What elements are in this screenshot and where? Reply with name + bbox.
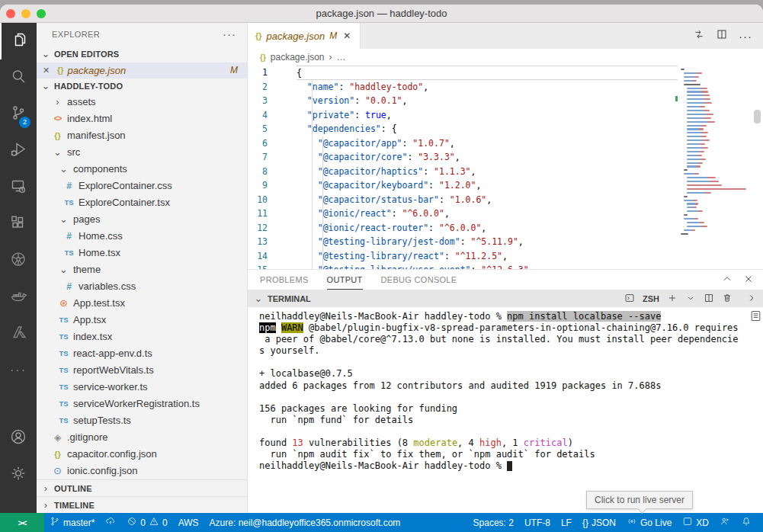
tree-item-manifest-json[interactable]: {}manifest.json <box>37 127 247 144</box>
breadcrumb[interactable]: {} package.json › … <box>248 49 763 66</box>
close-window-button[interactable] <box>6 9 15 18</box>
activity-docker[interactable] <box>0 279 37 316</box>
tree-item-theme[interactable]: ⌄theme <box>37 261 247 278</box>
chevron-down-icon[interactable]: ⌄ <box>252 293 264 304</box>
chevron-right-icon: › <box>52 96 63 107</box>
ts-file-icon: TS <box>58 366 69 374</box>
panel-tab-bar: PROBLEMS OUTPUT DEBUG CONSOLE <box>248 270 763 290</box>
code-line-content: "@ionic/react": "^6.0.0", <box>297 207 678 221</box>
tree-item-capacitor-config-json[interactable]: {}capacitor.config.json <box>37 446 247 463</box>
remote-indicator[interactable]: >< <box>0 513 44 532</box>
tab-debug-console[interactable]: DEBUG CONSOLE <box>381 270 457 290</box>
tree-item-components[interactable]: ⌄components <box>37 161 247 178</box>
activity-extensions[interactable] <box>0 206 37 242</box>
new-terminal-icon[interactable] <box>667 293 678 305</box>
tab-output[interactable]: OUTPUT <box>327 270 363 290</box>
tree-item-explorecontainer-css[interactable]: #ExploreContainer.css <box>37 178 247 194</box>
more-actions-icon[interactable]: ··· <box>739 30 752 43</box>
tree-item-variables-css[interactable]: #variables.css <box>37 278 247 295</box>
panel-chevron-right-icon[interactable] <box>746 293 757 305</box>
activity-azure[interactable] <box>0 316 37 352</box>
project-section-header[interactable]: ⌄ HADDLEY-TODO <box>37 79 247 94</box>
language-mode-status[interactable]: {} JSON <box>577 513 621 532</box>
aws-status[interactable]: AWS <box>173 513 204 532</box>
terminal-tabs-view-icon[interactable] <box>751 310 761 325</box>
tree-item-index-tsx[interactable]: TSindex.tsx <box>37 328 247 345</box>
terminal-title: TERMINAL <box>268 294 311 303</box>
tree-item-ionic-config-json[interactable]: ⊙ionic.config.json <box>37 463 247 479</box>
tree-item-serviceworkerregistration-ts[interactable]: TSserviceWorkerRegistration.ts <box>37 396 247 412</box>
git-branch-status[interactable]: master* <box>44 513 100 532</box>
open-changes-icon[interactable] <box>693 28 705 43</box>
tree-item-react-app-env-d-ts[interactable]: TSreact-app-env.d.ts <box>37 345 247 362</box>
xd-button[interactable]: XD <box>677 513 714 532</box>
tree-item-explorecontainer-tsx[interactable]: TSExploreContainer.tsx <box>37 194 247 211</box>
activity-explorer[interactable] <box>0 23 37 59</box>
code-editor[interactable]: 1{2 "name": "haddley-todo",3 "version": … <box>248 66 763 269</box>
terminal-dropdown-icon[interactable] <box>685 293 696 305</box>
git-file-icon: ◈ <box>52 432 63 443</box>
activity-more[interactable]: ··· <box>0 352 37 389</box>
indentation-status[interactable]: Spaces: 2 <box>468 513 519 532</box>
code-line-content: "name": "haddley-todo", <box>297 80 678 95</box>
tree-item-src[interactable]: ⌄src <box>37 144 247 161</box>
minimap-line <box>687 210 703 212</box>
line-number: 14 <box>248 249 268 264</box>
chevron-down-icon: ⌄ <box>58 264 69 275</box>
split-editor-icon[interactable] <box>716 28 728 43</box>
notifications-button[interactable] <box>736 513 757 532</box>
tree-item-home-css[interactable]: #Home.css <box>37 228 247 245</box>
breadcrumb-more[interactable]: … <box>337 52 346 62</box>
editor-scrollbar[interactable] <box>752 66 763 269</box>
tree-item-label: service-worker.ts <box>73 381 148 393</box>
close-icon[interactable]: ✕ <box>43 66 53 75</box>
eol-status[interactable]: LF <box>556 513 577 532</box>
code-line-content: "@testing-library/user-event": "^12.6.3"… <box>297 263 678 269</box>
sync-changes-button[interactable] <box>100 513 121 532</box>
scrollbar-thumb[interactable] <box>754 110 761 123</box>
close-panel-icon[interactable] <box>743 274 754 286</box>
activity-settings[interactable] <box>0 457 37 493</box>
zoom-window-button[interactable] <box>37 9 46 18</box>
explorer-more-icon[interactable]: ··· <box>223 27 236 40</box>
maximize-panel-icon[interactable] <box>722 274 733 286</box>
kill-terminal-icon[interactable] <box>722 293 733 305</box>
tree-item-reportwebvitals-ts[interactable]: TSreportWebVitals.ts <box>37 362 247 379</box>
launch-profile-icon[interactable] <box>624 293 635 305</box>
tree-item-app-test-tsx[interactable]: ⊛App.test.tsx <box>37 295 247 312</box>
tree-item-setuptests-ts[interactable]: TSsetupTests.ts <box>37 412 247 429</box>
tab-problems[interactable]: PROBLEMS <box>260 270 309 290</box>
line-number: 9 <box>248 178 268 193</box>
tree-item-index-html[interactable]: <>index.html <box>37 111 247 127</box>
tree-item-service-worker-ts[interactable]: TSservice-worker.ts <box>37 379 247 396</box>
activity-run-debug[interactable] <box>0 133 37 169</box>
activity-kubernetes[interactable] <box>0 242 37 279</box>
open-editor-package-json[interactable]: ✕ {} package.json M <box>37 62 247 78</box>
timeline-section[interactable]: › TIMELINE <box>37 496 247 513</box>
minimize-window-button[interactable] <box>21 9 30 18</box>
tab-close-icon[interactable]: ✕ <box>343 30 351 41</box>
feedback-button[interactable] <box>714 513 736 532</box>
problems-status[interactable]: 0 0 <box>121 513 172 532</box>
tree-item-home-tsx[interactable]: TSHome.tsx <box>37 245 247 261</box>
tab-package-json[interactable]: {} package.json M ✕ <box>248 23 361 49</box>
minimap[interactable] <box>678 66 752 269</box>
encoding-status[interactable]: UTF-8 <box>519 513 556 532</box>
open-editors-section[interactable]: ⌄ OPEN EDITORS <box>37 46 247 62</box>
azure-account-status[interactable]: Azure: neil@haddleyoffice365.onmicrosoft… <box>204 513 406 532</box>
activity-source-control[interactable]: 2 <box>0 96 37 133</box>
tree-item--gitignore[interactable]: ◈.gitignore <box>37 429 247 446</box>
tree-item-assets[interactable]: ›assets <box>37 94 247 111</box>
tree-item-pages[interactable]: ⌄pages <box>37 211 247 228</box>
outline-section[interactable]: › OUTLINE <box>37 479 247 496</box>
activity-remote-explorer[interactable] <box>0 169 37 206</box>
go-live-button[interactable]: Go Live <box>621 513 677 532</box>
ts-file-icon: TS <box>58 349 69 357</box>
tree-item-label: index.tsx <box>73 331 112 342</box>
activity-account[interactable] <box>0 420 37 457</box>
terminal[interactable]: neilhaddley@Neils-MacBook-Air haddley-to… <box>248 307 763 513</box>
tree-item-app-tsx[interactable]: TSApp.tsx <box>37 312 247 328</box>
breadcrumb-file[interactable]: package.json <box>271 52 325 62</box>
split-terminal-icon[interactable] <box>704 293 714 305</box>
activity-search[interactable] <box>0 59 37 96</box>
